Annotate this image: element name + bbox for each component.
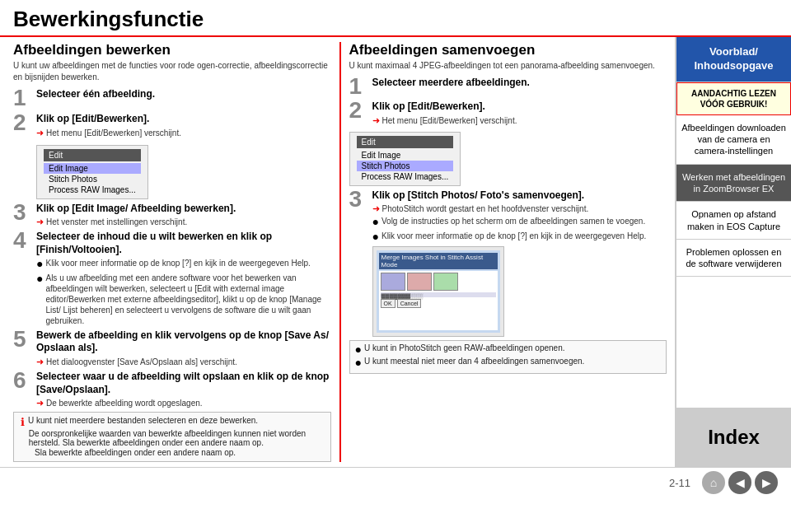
right-step-1-content: Selecteer meerdere afbeeldingen.	[372, 77, 667, 90]
step-4-bullet-2: ● Als u uw afbeelding met een andere sof…	[36, 273, 331, 326]
edit-menu-right-item-1: Edit Image	[357, 150, 454, 161]
notice-line-3: Sla bewerkte afbeeldingen onder een ande…	[35, 448, 236, 457]
step-5: 5 Bewerk de afbeelding en klik vervolgen…	[13, 329, 331, 367]
right-sidebar: Voorblad/ Inhoudsopgave AANDACHTIG LEZEN…	[676, 37, 791, 467]
edit-menu-right-item-2: Stitch Photos	[357, 161, 454, 171]
step-6: 6 Selecteer waar u de afbeelding wilt op…	[13, 371, 331, 408]
sidebar-voorblad[interactable]: Voorblad/ Inhoudsopgave	[676, 37, 791, 82]
step-5-arrow-text: Het dialoogvenster [Save As/Opslaan als]…	[46, 357, 237, 367]
right-step-3-bullet-1-text: Volg de instructies op het scherm om de …	[381, 216, 645, 226]
page-title: Bewerkingsfunctie	[13, 7, 778, 32]
edit-menu-right: Edit Edit Image Stitch Photos Process RA…	[349, 132, 461, 186]
step-4: 4 Selecteer de inhoud die u wilt bewerke…	[13, 231, 331, 326]
bullet-icon: ●	[355, 343, 362, 356]
step-4-title: Selecteer de inhoud die u wilt bewerken …	[36, 231, 331, 256]
step-1-content: Selecteer één afbeelding.	[36, 88, 331, 101]
page-footer: 2-11 ⌂ ◀ ▶	[0, 467, 791, 497]
sidebar-item-eos-capture[interactable]: Opnamen op afstand maken in EOS Capture	[676, 202, 791, 240]
merge-thumb-2	[407, 273, 432, 291]
bullet-icon: ●	[355, 357, 362, 369]
merge-progress: ▓▓▓▓▓▓▓░░░	[381, 292, 496, 297]
right-step-3-title: Klik op [Stitch Photos/ Foto's samenvoeg…	[372, 189, 667, 203]
right-step-3-num: 3	[349, 188, 369, 211]
page-number: 2-11	[669, 477, 690, 489]
merge-buttons: OK Cancel	[381, 299, 496, 308]
right-step-3-content: Klik op [Stitch Photos/ Foto's samenvoeg…	[372, 189, 667, 243]
step-3-arrow: ➜ Het venster met instellingen verschijn…	[36, 217, 331, 227]
right-notice-row-2: ● U kunt meestal niet meer dan 4 afbeeld…	[355, 357, 662, 369]
step-4-bullet-1: ● Klik voor meer informatie op de knop […	[36, 258, 331, 270]
sidebar-item-index[interactable]: Index	[676, 408, 791, 467]
right-notice: ● U kunt in PhotoStitch geen RAW-afbeeld…	[349, 340, 667, 374]
right-step-3-arrow-1: ➜ PhotoStitch wordt gestart en het hoofd…	[372, 203, 667, 214]
step-1-title: Selecteer één afbeelding.	[36, 88, 331, 101]
step-3-arrow-text: Het venster met instellingen verschijnt.	[46, 217, 187, 227]
merge-thumb-1	[381, 273, 405, 291]
step-4-num: 4	[13, 229, 33, 252]
step-5-content: Bewerk de afbeelding en klik vervolgens …	[36, 329, 331, 367]
notice-line-2: De oorspronkelijke waarden van bewerkte …	[29, 429, 324, 447]
edit-menu-left: Edit Edit Image Stitch Photos Process RA…	[36, 145, 148, 199]
arrow-icon: ➜	[372, 115, 380, 126]
step-6-arrow: ➜ De bewerkte afbeelding wordt opgeslage…	[36, 398, 331, 408]
right-section-intro: U kunt maximaal 4 JPEG-afbeeldingen tot …	[349, 60, 667, 72]
step-5-num: 5	[13, 328, 33, 351]
merge-screenshot-inner: Merge Images Shot in Stitch Assist Mode …	[377, 250, 500, 333]
notice-line-1: U kunt niet meerdere bestanden selectere…	[28, 416, 258, 425]
sidebar-item-problemen[interactable]: Problemen oplossen en de software verwij…	[676, 240, 791, 278]
right-step-1: 1 Selecteer meerdere afbeeldingen.	[349, 77, 667, 98]
bullet-icon: ●	[36, 258, 43, 270]
left-section-intro: U kunt uw afbeeldingen met de functies v…	[13, 60, 331, 83]
arrow-icon: ➜	[36, 128, 44, 138]
sidebar-item-zoombrowser[interactable]: Werken met afbeeldingen in ZoomBrowser E…	[676, 165, 791, 203]
right-step-1-num: 1	[349, 75, 369, 98]
bullet-icon: ●	[372, 231, 379, 243]
right-notice-line-2: U kunt meestal niet meer dan 4 afbeeldin…	[364, 357, 584, 366]
step-2-num: 2	[13, 111, 33, 134]
step-5-arrow: ➜ Het dialoogvenster [Save As/Opslaan al…	[36, 357, 331, 367]
step-1-num: 1	[13, 86, 33, 110]
right-step-2-arrow: ➜ Het menu [Edit/Bewerken] verschijnt.	[372, 115, 667, 126]
right-step-3-bullet-1: ● Volg de instructies op het scherm om d…	[372, 216, 667, 228]
step-2-arrow-text: Het menu [Edit/Bewerken] verschijnt.	[46, 128, 181, 138]
home-button[interactable]: ⌂	[702, 471, 725, 494]
right-notice-line-1: U kunt in PhotoStitch geen RAW-afbeeldin…	[364, 343, 565, 352]
step-4-bullet-1-text: Klik voor meer informatie op de knop [?]…	[45, 258, 310, 268]
right-section-title: Afbeeldingen samenvoegen	[349, 42, 667, 58]
sidebar-warning: AANDACHTIG LEZEN VÓÓR GEBRUIK!	[676, 82, 791, 115]
merge-content-area: ▓▓▓▓▓▓▓░░░ OK Cancel	[379, 271, 498, 330]
right-step-2: 2 Klik op [Edit/Bewerken]. ➜ Het menu [E…	[349, 100, 667, 126]
right-column: Afbeeldingen samenvoegen U kunt maximaal…	[339, 42, 667, 462]
prev-button[interactable]: ◀	[728, 471, 751, 494]
merge-title-bar: Merge Images Shot in Stitch Assist Mode	[379, 253, 498, 269]
step-2-arrow: ➜ Het menu [Edit/Bewerken] verschijnt.	[36, 128, 331, 138]
arrow-icon: ➜	[36, 217, 44, 227]
step-3: 3 Klik op [Edit Image/ Afbeelding bewerk…	[13, 203, 331, 228]
right-step-2-title: Klik op [Edit/Bewerken].	[372, 100, 667, 114]
merge-btn-1: OK	[381, 299, 396, 308]
right-notice-row-1: ● U kunt in PhotoStitch geen RAW-afbeeld…	[355, 343, 662, 356]
step-3-title: Klik op [Edit Image/ Afbeelding bewerken…	[36, 203, 331, 216]
step-2-content: Klik op [Edit/Bewerken]. ➜ Het menu [Edi…	[36, 113, 331, 138]
notice-row-icon: ℹ U kunt niet meerdere bestanden selecte…	[21, 416, 324, 428]
sidebar-item-afbeeldingen-downloaden[interactable]: Afbeeldingen downloaden van de camera en…	[676, 115, 791, 165]
edit-menu-item-1: Edit Image	[44, 163, 141, 174]
bullet-icon: ●	[36, 273, 43, 285]
left-notice: ℹ U kunt niet meerdere bestanden selecte…	[13, 412, 331, 462]
right-step-1-title: Selecteer meerdere afbeeldingen.	[372, 77, 667, 90]
next-button[interactable]: ▶	[755, 471, 778, 494]
notice-row-2: De oorspronkelijke waarden van bewerkte …	[21, 429, 324, 447]
step-6-arrow-text: De bewerkte afbeelding wordt opgeslagen.	[46, 398, 203, 408]
edit-menu-item-3: Process RAW Images...	[44, 184, 141, 195]
step-6-content: Selecteer waar u de afbeelding wilt opsl…	[36, 371, 331, 408]
step-2: 2 Klik op [Edit/Bewerken]. ➜ Het menu [E…	[13, 113, 331, 138]
notice-icon: ℹ	[21, 416, 25, 428]
right-step-3-arrow-1-text: PhotoStitch wordt gestart en het hoofdve…	[382, 203, 589, 214]
step-2-title: Klik op [Edit/Bewerken].	[36, 113, 331, 126]
notice-row-3: Sla bewerkte afbeeldingen onder een ande…	[21, 448, 324, 457]
step-1: 1 Selecteer één afbeelding.	[13, 88, 331, 110]
merge-thumb-3	[433, 273, 458, 291]
edit-menu-left-title: Edit	[44, 149, 141, 161]
step-6-num: 6	[13, 369, 33, 392]
left-section-title: Afbeeldingen bewerken	[13, 42, 331, 58]
